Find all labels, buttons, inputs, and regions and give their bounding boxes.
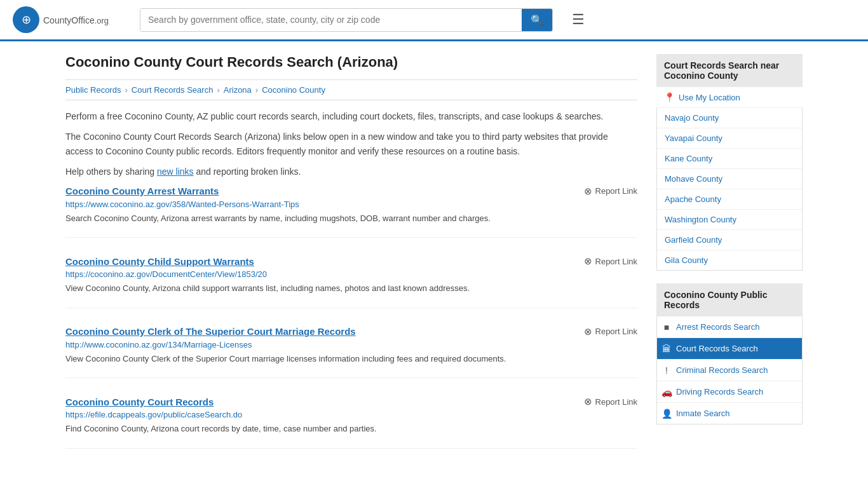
nearby-county-item: Mohave County bbox=[657, 169, 802, 189]
result-card: Coconino County Child Support Warrants ⊗… bbox=[65, 255, 637, 308]
nearby-county-link[interactable]: Garfield County bbox=[657, 230, 802, 250]
result-card-header: Coconino County Clerk of The Superior Co… bbox=[65, 326, 637, 337]
search-icon: 🔍 bbox=[531, 15, 543, 25]
result-title[interactable]: Coconino County Court Records bbox=[65, 396, 214, 407]
description-3: Help others by sharing new links and rep… bbox=[65, 165, 637, 179]
nearby-section: Court Records Search near Coconino Count… bbox=[656, 54, 803, 271]
report-icon: ⊗ bbox=[584, 186, 592, 197]
nearby-county-item: Navajo County bbox=[657, 108, 802, 128]
result-desc: View Coconino County Clerk of the Superi… bbox=[65, 353, 637, 365]
search-button[interactable]: 🔍 bbox=[522, 9, 552, 31]
public-record-icon: ■ bbox=[657, 322, 676, 332]
nearby-county-item: Washington County bbox=[657, 210, 802, 230]
nearby-county-link[interactable]: Mohave County bbox=[657, 169, 802, 189]
nearby-title: Court Records Search near Coconino Count… bbox=[656, 54, 803, 87]
search-input[interactable] bbox=[140, 9, 522, 31]
breadcrumb-arizona[interactable]: Arizona bbox=[224, 85, 252, 95]
public-record-item[interactable]: 🏛 Court Records Search bbox=[657, 338, 802, 360]
result-card: Coconino County Arrest Warrants ⊗ Report… bbox=[65, 186, 637, 238]
nearby-county-link[interactable]: Kane County bbox=[657, 149, 802, 168]
header: ⊕ CountyOffice.org 🔍 ☰ bbox=[0, 0, 868, 41]
description-1: Perform a free Coconino County, AZ publi… bbox=[65, 109, 637, 123]
public-record-link[interactable]: Driving Records Search bbox=[676, 381, 802, 402]
nearby-county-item: Gila County bbox=[657, 250, 802, 270]
public-record-icon: 🏛 bbox=[657, 344, 676, 354]
result-desc: View Coconino County, Arizona child supp… bbox=[65, 282, 637, 295]
result-desc: Find Coconino County, Arizona court reco… bbox=[65, 423, 637, 435]
breadcrumb-public-records[interactable]: Public Records bbox=[65, 85, 121, 95]
public-record-link[interactable]: Inmate Search bbox=[676, 403, 802, 424]
nearby-county-link[interactable]: Apache County bbox=[657, 189, 802, 209]
report-link[interactable]: ⊗ Report Link bbox=[584, 396, 637, 407]
results-container: Coconino County Arrest Warrants ⊗ Report… bbox=[65, 186, 637, 449]
public-record-link[interactable]: Court Records Search bbox=[676, 338, 802, 359]
breadcrumb: Public Records › Court Records Search › … bbox=[65, 79, 637, 100]
report-link[interactable]: ⊗ Report Link bbox=[584, 186, 637, 197]
result-card: Coconino County Clerk of The Superior Co… bbox=[65, 326, 637, 379]
menu-icon[interactable]: ☰ bbox=[572, 11, 585, 28]
nearby-counties-list: Navajo CountyYavapai CountyKane CountyMo… bbox=[656, 108, 803, 271]
result-url[interactable]: https://efile.dcappeals.gov/public/caseS… bbox=[65, 410, 637, 419]
result-card-header: Coconino County Court Records ⊗ Report L… bbox=[65, 396, 637, 407]
result-title[interactable]: Coconino County Child Support Warrants bbox=[65, 256, 254, 267]
public-records-list: ■ Arrest Records Search 🏛 Court Records … bbox=[656, 316, 803, 424]
report-icon: ⊗ bbox=[584, 255, 592, 267]
page-title: Coconino County Court Records Search (Ar… bbox=[65, 54, 637, 71]
nearby-county-item: Apache County bbox=[657, 189, 802, 210]
nearby-county-item: Garfield County bbox=[657, 230, 802, 250]
nearby-county-link[interactable]: Gila County bbox=[657, 250, 802, 270]
public-record-link[interactable]: Arrest Records Search bbox=[676, 316, 802, 337]
result-card-header: Coconino County Child Support Warrants ⊗… bbox=[65, 255, 637, 267]
public-record-item[interactable]: ! Criminal Records Search bbox=[657, 360, 802, 381]
main-container: Coconino County Court Records Search (Ar… bbox=[53, 41, 815, 479]
report-link[interactable]: ⊗ Report Link bbox=[584, 255, 637, 267]
result-title[interactable]: Coconino County Arrest Warrants bbox=[65, 186, 219, 196]
result-card-header: Coconino County Arrest Warrants ⊗ Report… bbox=[65, 186, 637, 197]
report-icon: ⊗ bbox=[584, 396, 592, 407]
nearby-county-link[interactable]: Yavapai County bbox=[657, 128, 802, 148]
nearby-county-item: Kane County bbox=[657, 149, 802, 169]
nearby-county-link[interactable]: Washington County bbox=[657, 210, 802, 229]
public-record-item[interactable]: 👤 Inmate Search bbox=[657, 403, 802, 424]
new-links[interactable]: new links bbox=[157, 166, 194, 177]
result-url[interactable]: https://www.coconino.az.gov/358/Wanted-P… bbox=[65, 200, 637, 209]
sidebar: Court Records Search near Coconino Count… bbox=[656, 54, 803, 466]
nearby-county-item: Yavapai County bbox=[657, 128, 802, 149]
report-link[interactable]: ⊗ Report Link bbox=[584, 326, 637, 337]
use-my-location[interactable]: 📍 Use My Location bbox=[656, 87, 803, 108]
result-url[interactable]: http://www.coconino.az.gov/134/Marriage-… bbox=[65, 340, 637, 349]
description-2: The Coconino County Court Records Search… bbox=[65, 130, 637, 158]
public-record-icon: ! bbox=[657, 365, 676, 376]
result-title[interactable]: Coconino County Clerk of The Superior Co… bbox=[65, 326, 356, 337]
public-records-section: Coconino County Public Records ■ Arrest … bbox=[656, 283, 803, 424]
breadcrumb-court-records-search[interactable]: Court Records Search bbox=[132, 85, 214, 95]
logo-text: CountyOffice.org bbox=[43, 13, 109, 27]
result-desc: Search Coconino County, Arizona arrest w… bbox=[65, 212, 637, 225]
public-record-link[interactable]: Criminal Records Search bbox=[676, 360, 802, 381]
logo[interactable]: ⊕ CountyOffice.org bbox=[13, 6, 127, 33]
location-pin-icon: 📍 bbox=[664, 92, 675, 102]
report-icon: ⊗ bbox=[584, 326, 592, 337]
nearby-county-link[interactable]: Navajo County bbox=[657, 108, 802, 128]
public-record-icon: 👤 bbox=[657, 409, 676, 419]
public-records-title: Coconino County Public Records bbox=[656, 283, 803, 316]
content-area: Coconino County Court Records Search (Ar… bbox=[65, 54, 637, 466]
public-record-item[interactable]: ■ Arrest Records Search bbox=[657, 316, 802, 338]
search-bar: 🔍 bbox=[140, 8, 553, 32]
breadcrumb-coconino-county[interactable]: Coconino County bbox=[262, 85, 325, 95]
result-card: Coconino County Court Records ⊗ Report L… bbox=[65, 396, 637, 449]
public-record-item[interactable]: 🚗 Driving Records Search bbox=[657, 381, 802, 403]
public-record-icon: 🚗 bbox=[657, 387, 676, 397]
logo-icon: ⊕ bbox=[13, 6, 39, 33]
result-url[interactable]: https://coconino.az.gov/DocumentCenter/V… bbox=[65, 269, 637, 279]
